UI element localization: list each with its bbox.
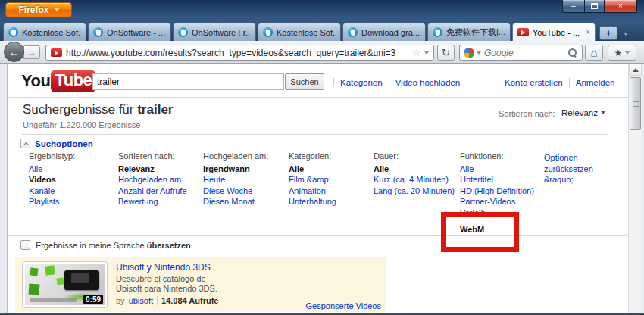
maximize-button[interactable] bbox=[584, 0, 605, 13]
list-all-tabs-icon[interactable] bbox=[624, 33, 628, 36]
divider bbox=[157, 296, 158, 305]
green-cube-shape bbox=[29, 284, 40, 295]
filter-label: Sortieren nach: bbox=[118, 151, 200, 162]
filter-column-optionen: Optionen zurücksetzen &raquo; bbox=[544, 151, 599, 186]
filter-option-kanaele[interactable]: Kanäle bbox=[29, 186, 111, 197]
address-bar[interactable]: http://www.youtube.com/results?search_ty… bbox=[45, 45, 434, 61]
filter-option-hochgeladen-am[interactable]: Hochgeladen am bbox=[118, 174, 200, 186]
search-options-title[interactable]: Suchoptionen bbox=[35, 139, 93, 148]
filter-option-lang[interactable]: Lang (ca. 20 Minuten) bbox=[374, 186, 455, 197]
sort-value-text: Relevanz bbox=[561, 108, 598, 117]
filter-option-videos[interactable]: Videos bbox=[29, 174, 111, 186]
scrollbar-up-button[interactable] bbox=[629, 64, 642, 76]
search-submit-button[interactable]: Suchen bbox=[285, 73, 324, 90]
close-window-button[interactable]: × bbox=[605, 0, 637, 13]
reload-icon: ↻ bbox=[442, 47, 450, 58]
reload-button[interactable]: ↻ bbox=[437, 45, 455, 61]
forward-button[interactable]: → bbox=[23, 45, 40, 59]
tab-download-gratis[interactable]: Download gra... bbox=[342, 23, 426, 41]
filter-option-optionen-zuruecksetzen[interactable]: Optionen zurücksetzen &raquo; bbox=[544, 152, 599, 186]
filter-option-relevanz[interactable]: Relevanz bbox=[118, 164, 200, 175]
filter-option-hd[interactable]: HD (High Definition) bbox=[460, 186, 542, 197]
youtube-logo[interactable]: You Tube bbox=[21, 70, 95, 92]
collapse-icon[interactable] bbox=[20, 139, 30, 148]
sponsored-video-title-link[interactable]: Ubisoft y Nintendo 3DS bbox=[116, 262, 211, 273]
search-query-text: trailer bbox=[137, 102, 173, 117]
filter-option-diesen-monat[interactable]: Diesen Monat bbox=[203, 196, 285, 207]
sign-in-link[interactable]: Anmelden bbox=[576, 78, 615, 87]
new-tab-button[interactable]: + bbox=[599, 26, 617, 40]
categories-link[interactable]: Kategorien bbox=[340, 78, 383, 87]
tab-label: OnSoftware Fr... bbox=[192, 28, 251, 37]
filter-option-anzahl-der-aufrufe[interactable]: Anzahl der Aufrufe bbox=[118, 186, 200, 197]
filter-option-kurz[interactable]: Kurz (ca. 4 Minuten) bbox=[374, 174, 455, 186]
divider bbox=[569, 78, 570, 87]
filter-option-diese-woche[interactable]: Diese Woche bbox=[203, 186, 285, 197]
firefox-menu-button[interactable]: Firefox bbox=[5, 2, 72, 17]
tab-onsoftware-1[interactable]: OnSoftware - ... bbox=[88, 23, 171, 41]
tab-kostenlose-software-2[interactable]: Kostenlose Sof... bbox=[258, 23, 341, 41]
softonic-icon bbox=[348, 27, 358, 37]
filter-option-film-animation[interactable]: Film &amp; bbox=[289, 174, 370, 186]
webm-highlight-annotation bbox=[441, 212, 519, 252]
green-cube-shape bbox=[56, 277, 64, 285]
filter-option-alle[interactable]: Alle bbox=[29, 164, 111, 175]
filter-column-kategorien: Kategorien: Alle Film &amp; Animation Un… bbox=[289, 151, 370, 207]
filter-option-alle-kategorien[interactable]: Alle bbox=[289, 164, 370, 175]
filter-option-heute[interactable]: Heute bbox=[203, 174, 285, 186]
tab-onsoftware-2[interactable]: OnSoftware Fr... bbox=[173, 23, 256, 41]
bookmarks-button[interactable]: ★ bbox=[608, 45, 636, 61]
home-button[interactable]: ⌂ bbox=[585, 45, 603, 61]
scrollbar-grip-icon bbox=[633, 101, 639, 108]
logo-tube: Tube bbox=[51, 70, 95, 92]
create-account-link[interactable]: Konto erstellen bbox=[505, 78, 563, 87]
firefox-menu-label: Firefox bbox=[18, 5, 48, 15]
minimize-button[interactable]: – bbox=[562, 0, 584, 13]
filter-option-alle-funktionen[interactable]: Alle bbox=[460, 164, 542, 175]
filter-option-untertitel[interactable]: Untertitel bbox=[460, 174, 542, 186]
translate-results-row: Ergebnisse in meine Sprache übersetzen bbox=[20, 240, 191, 250]
filter-option-partner-videos[interactable]: Partner-Videos bbox=[460, 196, 542, 207]
filter-option-bewertung[interactable]: Bewertung bbox=[118, 196, 200, 207]
filter-label: Funktionen: bbox=[460, 151, 542, 162]
header-links-left: Kategorien Video hochladen bbox=[333, 78, 460, 87]
tab-youtube-active[interactable]: YouTube - ... × bbox=[512, 23, 596, 41]
bookmark-star-icon[interactable]: ☆ bbox=[412, 48, 420, 58]
filter-option-unterhaltung[interactable]: Unterhaltung bbox=[289, 196, 370, 207]
view-count: 14.084 Aufrufe bbox=[161, 296, 218, 305]
translate-label-text: Ergebnisse in meine Sprache bbox=[36, 241, 147, 250]
tab-kostenlose-software-1[interactable]: Kostenlose Sof... bbox=[3, 23, 86, 41]
sponsored-videos-link[interactable]: Gesponserte Videos bbox=[306, 301, 381, 310]
channel-link[interactable]: ubisoft bbox=[129, 296, 153, 305]
filter-option-playlists[interactable]: Playlists bbox=[29, 196, 111, 207]
tab-label: OnSoftware - ... bbox=[107, 28, 166, 37]
filter-option-alle-dauer[interactable]: Alle bbox=[374, 164, 455, 175]
youtube-search-input[interactable] bbox=[92, 73, 284, 90]
web-search-input[interactable] bbox=[484, 48, 564, 58]
filter-column-sortieren: Sortieren nach: Relevanz Hochgeladen am … bbox=[118, 151, 200, 207]
nintendo-3ds-shape bbox=[64, 270, 99, 290]
translate-label: Ergebnisse in meine Sprache übersetzen bbox=[36, 241, 191, 250]
results-title: Suchergebnisse für trailer bbox=[23, 102, 173, 117]
scrollbar-thumb[interactable] bbox=[630, 77, 641, 130]
filter-label: Dauer: bbox=[374, 151, 455, 162]
tab-chinese-software[interactable]: 免费软件下载|... bbox=[427, 23, 511, 41]
search-magnifier-icon[interactable] bbox=[567, 48, 577, 58]
web-search-box[interactable] bbox=[459, 45, 583, 61]
filter-option-animation[interactable]: Animation bbox=[289, 186, 370, 197]
vertical-scrollbar[interactable] bbox=[628, 64, 642, 313]
translate-checkbox[interactable] bbox=[20, 240, 30, 250]
url-dropdown-icon[interactable] bbox=[424, 51, 429, 55]
column-divider bbox=[392, 240, 392, 313]
video-thumbnail[interactable]: 0:59 bbox=[22, 261, 108, 308]
back-button[interactable]: ← bbox=[4, 42, 24, 62]
header-links-right: Konto erstellen Anmelden bbox=[505, 78, 615, 87]
upload-video-link[interactable]: Video hochladen bbox=[395, 78, 460, 87]
search-engine-dropdown-icon[interactable] bbox=[477, 51, 481, 55]
filter-column-hochgeladen: Hochgeladen am: Irgendwann Heute Diese W… bbox=[203, 151, 285, 207]
filter-option-irgendwann[interactable]: Irgendwann bbox=[203, 164, 285, 175]
results-count: Ungefähr 1.220.000 Ergebnisse bbox=[23, 120, 140, 129]
tab-close-icon[interactable]: × bbox=[586, 28, 590, 36]
sort-dropdown[interactable]: Relevanz bbox=[561, 108, 605, 117]
tab-label: Kostenlose Sof... bbox=[277, 28, 336, 37]
